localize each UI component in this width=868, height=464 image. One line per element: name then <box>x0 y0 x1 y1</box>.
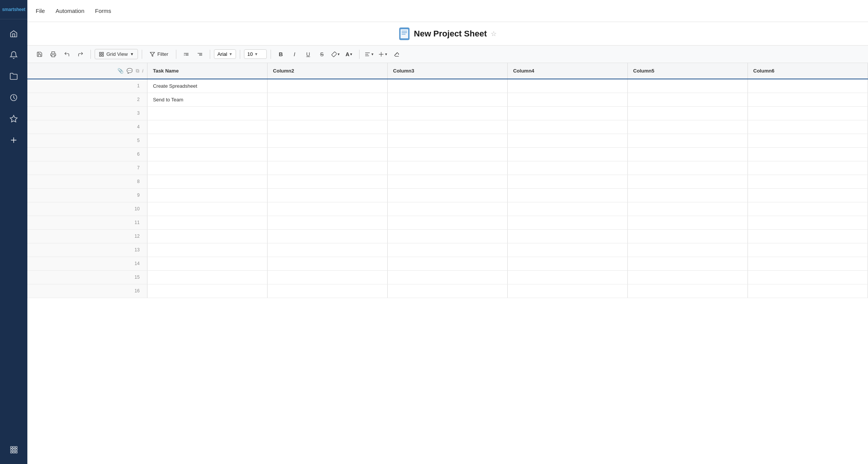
align-vertical-button[interactable]: ▼ <box>377 48 389 60</box>
task-name-cell[interactable] <box>147 243 268 257</box>
task-name-cell[interactable]: Send to Team <box>147 93 268 106</box>
col2-cell[interactable] <box>268 188 388 202</box>
strikethrough-button[interactable]: S <box>316 48 328 60</box>
col6-cell[interactable] <box>748 243 868 257</box>
task-name-cell[interactable] <box>147 161 268 175</box>
task-name-cell[interactable] <box>147 270 268 284</box>
table-row[interactable]: 2Send to Team <box>27 93 868 106</box>
col4-cell[interactable] <box>508 243 628 257</box>
task-name-cell[interactable] <box>147 216 268 229</box>
col3-cell[interactable] <box>388 284 508 298</box>
menu-automation[interactable]: Automation <box>55 6 85 16</box>
col4-cell[interactable] <box>508 175 628 188</box>
font-size-select[interactable]: 10 ▼ <box>244 49 267 59</box>
grid-view-button[interactable]: Grid View ▼ <box>95 49 138 59</box>
table-row[interactable]: 15 <box>27 270 868 284</box>
col5-cell[interactable] <box>628 147 748 161</box>
col4-cell[interactable] <box>508 106 628 120</box>
col2-cell[interactable] <box>268 147 388 161</box>
col2-cell[interactable] <box>268 284 388 298</box>
col2-cell[interactable] <box>268 106 388 120</box>
col3-cell[interactable] <box>388 134 508 147</box>
table-row[interactable]: 14 <box>27 257 868 270</box>
task-name-cell[interactable] <box>147 134 268 147</box>
col5-cell[interactable] <box>628 175 748 188</box>
table-row[interactable]: 13 <box>27 243 868 257</box>
table-row[interactable]: 1Create Spreadsheet <box>27 79 868 93</box>
col2-cell[interactable] <box>268 161 388 175</box>
col3-cell[interactable] <box>388 257 508 270</box>
sidebar-item-folders[interactable] <box>0 66 27 87</box>
col2-cell[interactable] <box>268 229 388 243</box>
save-button[interactable] <box>33 48 46 60</box>
print-button[interactable] <box>47 48 59 60</box>
col6-cell[interactable] <box>748 79 868 93</box>
favorite-star-icon[interactable]: ☆ <box>491 30 497 38</box>
col4-cell[interactable] <box>508 202 628 216</box>
col6-cell[interactable] <box>748 284 868 298</box>
col5-cell[interactable] <box>628 93 748 106</box>
font-family-select[interactable]: Arial ▼ <box>214 49 236 59</box>
col4-cell[interactable] <box>508 161 628 175</box>
col2-cell[interactable] <box>268 120 388 134</box>
clear-format-button[interactable] <box>391 48 403 60</box>
col2-cell[interactable] <box>268 79 388 93</box>
table-row[interactable]: 9 <box>27 188 868 202</box>
col4-cell[interactable] <box>508 120 628 134</box>
table-row[interactable]: 4 <box>27 120 868 134</box>
text-color-button[interactable]: A ▼ <box>343 48 355 60</box>
col5-cell[interactable] <box>628 257 748 270</box>
col2-cell[interactable] <box>268 243 388 257</box>
task-name-cell[interactable]: Create Spreadsheet <box>147 79 268 93</box>
sidebar-item-recent[interactable] <box>0 87 27 108</box>
table-row[interactable]: 7 <box>27 161 868 175</box>
col5-cell[interactable] <box>628 161 748 175</box>
outdent-button[interactable] <box>194 48 206 60</box>
col3-cell[interactable] <box>388 175 508 188</box>
task-name-cell[interactable] <box>147 188 268 202</box>
col5-cell[interactable] <box>628 229 748 243</box>
col4-cell[interactable] <box>508 229 628 243</box>
task-name-cell[interactable] <box>147 257 268 270</box>
col6-cell[interactable] <box>748 106 868 120</box>
col5-cell[interactable] <box>628 120 748 134</box>
col4-cell[interactable] <box>508 93 628 106</box>
col5-cell[interactable] <box>628 216 748 229</box>
col6-cell[interactable] <box>748 202 868 216</box>
filter-button[interactable]: Filter <box>146 49 172 59</box>
col6-cell[interactable] <box>748 161 868 175</box>
col6-cell[interactable] <box>748 257 868 270</box>
sidebar-item-add[interactable] <box>0 129 27 151</box>
col2-cell[interactable] <box>268 175 388 188</box>
col5-header[interactable]: Column5 <box>628 63 748 79</box>
task-name-cell[interactable] <box>147 106 268 120</box>
table-row[interactable]: 16 <box>27 284 868 298</box>
col4-cell[interactable] <box>508 134 628 147</box>
col5-cell[interactable] <box>628 79 748 93</box>
col3-cell[interactable] <box>388 270 508 284</box>
col5-cell[interactable] <box>628 284 748 298</box>
underline-button[interactable]: U <box>302 48 314 60</box>
col3-cell[interactable] <box>388 229 508 243</box>
table-row[interactable]: 3 <box>27 106 868 120</box>
col3-cell[interactable] <box>388 202 508 216</box>
undo-button[interactable] <box>61 48 73 60</box>
col4-cell[interactable] <box>508 188 628 202</box>
col2-cell[interactable] <box>268 134 388 147</box>
sidebar-item-notifications[interactable] <box>0 44 27 66</box>
col-task-name-header[interactable]: Task Name <box>147 63 268 79</box>
sidebar-item-home[interactable] <box>0 23 27 44</box>
col4-cell[interactable] <box>508 257 628 270</box>
col4-cell[interactable] <box>508 147 628 161</box>
col2-cell[interactable] <box>268 270 388 284</box>
col5-cell[interactable] <box>628 270 748 284</box>
sidebar-item-favorites[interactable] <box>0 108 27 129</box>
col6-cell[interactable] <box>748 93 868 106</box>
text-background-color-button[interactable]: ▼ <box>329 48 342 60</box>
align-left-button[interactable]: ▼ <box>363 48 375 60</box>
col3-cell[interactable] <box>388 120 508 134</box>
table-row[interactable]: 8 <box>27 175 868 188</box>
redo-button[interactable] <box>74 48 87 60</box>
table-row[interactable]: 11 <box>27 216 868 229</box>
table-row[interactable]: 6 <box>27 147 868 161</box>
